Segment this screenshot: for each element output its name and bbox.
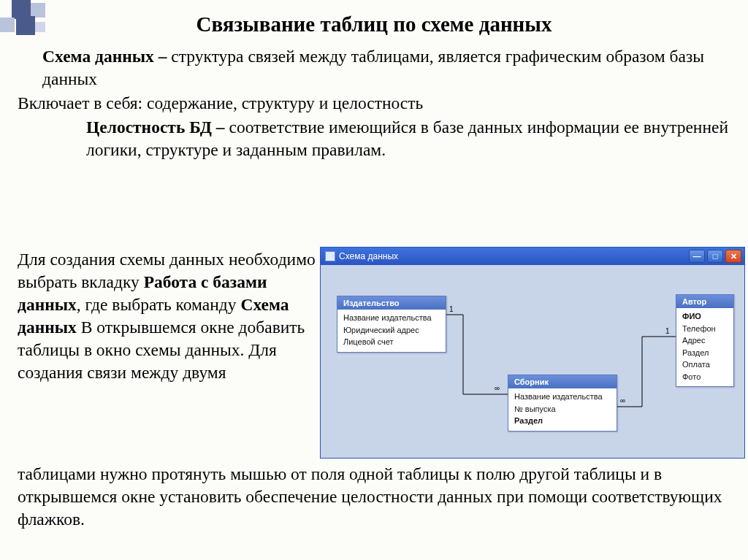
window-title: Схема данных [339,251,398,261]
field[interactable]: Название издательства [514,391,611,403]
table-author[interactable]: Автор ФИО Телефон Адрес Раздел Оплата Фо… [676,294,734,387]
cardinality-many: ∞ [495,384,500,392]
cardinality-many: ∞ [620,396,625,404]
field[interactable]: Раздел [682,347,728,359]
slide-decoration [0,0,66,51]
schema-window: Схема данных — □ ✕ 1 ∞ ∞ 1 Издательство … [320,247,745,459]
relationships-icon [325,251,335,261]
instructions-lower: таблицами нужно протянуть мышью от поля … [18,463,737,531]
includes-line: Включает в себя: содержание, структуру и… [18,92,730,115]
minimize-button[interactable]: — [689,250,705,263]
field[interactable]: Адрес [682,334,728,347]
table-header: Автор [676,295,733,308]
window-titlebar[interactable]: Схема данных — □ ✕ [321,248,744,265]
cardinality-one: 1 [449,305,454,313]
field[interactable]: Оплата [682,358,728,371]
field[interactable]: ФИО [682,310,728,323]
table-collection[interactable]: Сборник Название издательства № выпуска … [508,375,617,431]
field[interactable]: Фото [682,371,728,383]
cardinality-one: 1 [665,327,670,335]
field[interactable]: Лицевой счет [343,336,440,348]
table-header: Сборник [508,375,617,388]
field[interactable]: Юридический адрес [343,324,440,337]
instructions-upper: Для создания схемы данных необходимо выб… [18,248,317,384]
close-button[interactable]: ✕ [725,250,741,263]
table-header: Издательство [337,296,446,310]
definition-integrity: Целостность БД – соответствие имеющийся … [18,116,730,161]
maximize-button[interactable]: □ [707,250,723,263]
field[interactable]: Телефон [682,323,728,335]
field[interactable]: № выпуска [514,403,611,415]
field[interactable]: Название издательства [343,312,440,324]
slide-title: Связывание таблиц по схеме данных [18,10,730,38]
table-publisher[interactable]: Издательство Название издательства Юриди… [337,296,446,353]
schema-canvas[interactable]: 1 ∞ ∞ 1 Издательство Название издательст… [321,265,744,458]
field[interactable]: Раздел [514,415,611,427]
definition-schema: Схема данных – структура связей между та… [18,45,730,91]
